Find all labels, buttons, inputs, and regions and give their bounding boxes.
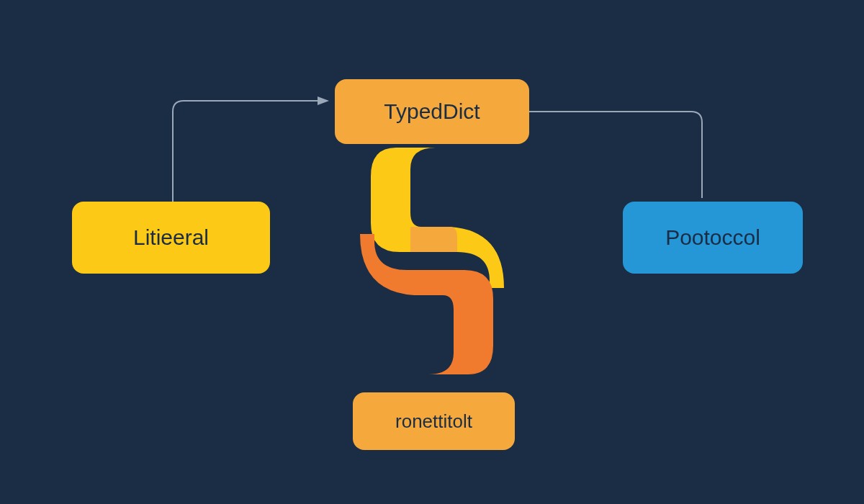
node-literal-label: Litieeral <box>133 225 209 250</box>
connector-left-to-top <box>173 101 328 202</box>
connector-top-to-right <box>529 112 702 198</box>
node-literal: Litieeral <box>72 202 270 274</box>
node-typeddict-label: TypedDict <box>384 99 480 124</box>
node-bottom-label: ronettitolt <box>395 410 472 433</box>
python-logo <box>342 144 522 378</box>
node-typeddict: TypedDict <box>335 79 529 144</box>
node-protocol: Pootoccol <box>623 202 803 274</box>
node-protocol-label: Pootoccol <box>665 225 760 250</box>
node-bottom: ronettitolt <box>353 392 515 450</box>
